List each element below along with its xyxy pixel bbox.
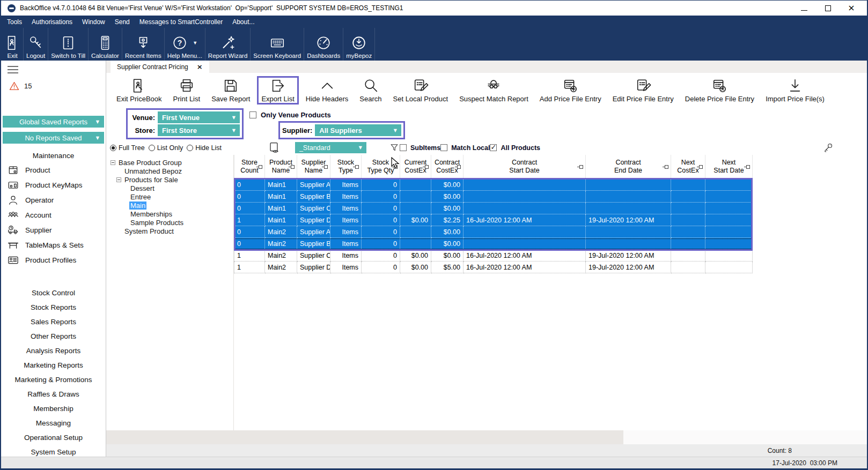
sidebar-item[interactable]: Product KeyMaps bbox=[1, 177, 106, 192]
minimize-button[interactable] bbox=[800, 4, 808, 12]
ribbon-button[interactable]: Delete Price File Entry bbox=[681, 76, 759, 105]
tree-item[interactable]: Memberships bbox=[106, 210, 233, 218]
report-style-select[interactable]: _Standard ▼ bbox=[295, 142, 366, 153]
pin-icon[interactable] bbox=[324, 165, 328, 169]
tree-expander-icon[interactable] bbox=[116, 177, 121, 182]
sidebar-nav-item[interactable]: Other Reports bbox=[1, 329, 106, 344]
pin-icon[interactable] bbox=[425, 165, 429, 169]
view-report-icon[interactable] bbox=[268, 141, 280, 154]
radio-icon[interactable] bbox=[149, 145, 155, 151]
sidebar-item[interactable]: Supplier bbox=[1, 222, 106, 237]
column-header[interactable]: ProductName bbox=[265, 155, 297, 178]
ribbon-button[interactable]: Export List bbox=[257, 76, 298, 105]
toolbar-button[interactable]: ▼ Calculator bbox=[89, 28, 122, 61]
ribbon-button[interactable]: Add Price File Entry bbox=[535, 76, 606, 105]
pin-icon[interactable] bbox=[579, 165, 583, 169]
table-row[interactable]: 0Main1Supplier CItems0$0.00 bbox=[234, 203, 753, 214]
column-header[interactable]: ContractStart Date bbox=[464, 155, 586, 178]
pin-icon[interactable] bbox=[291, 165, 295, 169]
ribbon-button[interactable]: Suspect Match Report bbox=[455, 76, 533, 105]
option-checkbox[interactable]: Match Local bbox=[440, 144, 490, 152]
toolbar-button[interactable]: ▼ myBepoz bbox=[343, 28, 375, 61]
maximize-button[interactable] bbox=[824, 4, 832, 12]
table-row[interactable]: 0Main1Supplier AItems0$0.00 bbox=[234, 179, 753, 191]
sidebar-nav-item[interactable]: System Setup bbox=[1, 445, 106, 457]
toolbar-button[interactable]: ▼ Switch to Till bbox=[48, 28, 89, 61]
tree-item[interactable]: Unmatched Bepoz bbox=[106, 167, 233, 175]
radio-option[interactable]: Hide List bbox=[187, 144, 222, 152]
tree-item[interactable]: Main bbox=[106, 201, 233, 210]
menu-item[interactable]: Messages to SmartController bbox=[135, 18, 227, 26]
table-row[interactable]: 1Main2Supplier CItems0$0.00$0.0016-Jul-2… bbox=[234, 250, 753, 262]
ribbon-button[interactable]: Exit PriceBook bbox=[112, 76, 166, 105]
ribbon-button[interactable]: Hide Headers bbox=[301, 76, 353, 105]
ribbon-button[interactable]: Print List bbox=[169, 76, 205, 105]
alert-badge[interactable]: 15 bbox=[9, 81, 106, 91]
sidebar-nav-item[interactable]: Analysis Reports bbox=[1, 344, 106, 358]
tab-supplier-contract-pricing[interactable]: Supplier Contract Pricing × bbox=[111, 61, 209, 73]
tree-item[interactable]: Sample Products bbox=[106, 218, 233, 227]
chevron-down-icon[interactable]: ▼ bbox=[193, 40, 197, 46]
sidebar-nav-item[interactable]: Marketing Reports bbox=[1, 358, 106, 372]
tree-item[interactable]: Dessert bbox=[106, 184, 233, 192]
table-row[interactable]: 1Main2Supplier DItems0$0.00$5.0016-Jul-2… bbox=[234, 262, 753, 273]
sidebar-nav-item[interactable]: Membership bbox=[1, 401, 106, 416]
checkbox-icon[interactable] bbox=[490, 144, 497, 151]
sidebar-item[interactable]: Product Profiles bbox=[1, 252, 106, 267]
ribbon-button[interactable]: Edit Price File Entry bbox=[608, 76, 678, 105]
checkbox-icon[interactable] bbox=[400, 144, 407, 151]
checkbox-icon[interactable] bbox=[249, 111, 256, 118]
tree-expander-icon[interactable] bbox=[111, 160, 115, 165]
option-checkbox[interactable]: All Products bbox=[490, 144, 540, 152]
menu-item[interactable]: Tools bbox=[2, 18, 27, 26]
pin-icon[interactable] bbox=[665, 165, 668, 169]
toolbar-button[interactable]: ▼ Logout bbox=[24, 28, 48, 61]
pin-icon[interactable] bbox=[457, 165, 461, 169]
pin-icon[interactable] bbox=[746, 165, 750, 169]
column-header[interactable]: NextStart Date bbox=[705, 155, 753, 178]
sidebar-nav-item[interactable]: Sales Reports bbox=[1, 315, 106, 329]
column-header[interactable]: CurrentCostEx bbox=[400, 155, 431, 178]
pin-icon[interactable] bbox=[699, 165, 703, 169]
horizontal-scrollbar[interactable] bbox=[106, 430, 623, 444]
saved-reports-dropdown[interactable]: No Reports Saved ▼ bbox=[3, 132, 104, 144]
toolbar-button[interactable]: ▼ Screen Keyboard bbox=[251, 28, 304, 61]
toolbar-button[interactable]: ▼ Dashboards bbox=[304, 28, 343, 61]
radio-option[interactable]: Full Tree bbox=[110, 144, 145, 152]
tree-item[interactable]: System Product bbox=[106, 227, 233, 235]
supplier-select[interactable]: All Suppliers ▼ bbox=[315, 124, 401, 136]
column-header[interactable]: SupplierName bbox=[297, 155, 330, 178]
column-header[interactable]: ContractCostEx bbox=[431, 155, 464, 178]
column-header[interactable]: StockType Qty bbox=[362, 155, 400, 178]
tree-item[interactable]: Products for Sale bbox=[106, 175, 233, 184]
checkbox-icon[interactable] bbox=[440, 144, 447, 151]
table-row[interactable]: 0Main2Supplier BItems0$0.00 bbox=[234, 238, 753, 250]
tree-item[interactable]: Base Product Group bbox=[106, 158, 233, 167]
toolbar-button[interactable]: ▼ Help Menu... bbox=[165, 28, 205, 61]
sidebar-nav-item[interactable]: Stock Control bbox=[1, 286, 106, 300]
toolbar-button[interactable]: ▼ Exit bbox=[2, 28, 24, 61]
radio-icon[interactable] bbox=[187, 145, 193, 151]
column-header[interactable]: NextCostEx bbox=[671, 155, 705, 178]
pin-icon[interactable] bbox=[355, 165, 359, 169]
only-venue-products-checkbox[interactable]: Only Venue Products bbox=[249, 111, 331, 119]
sidebar-nav-item[interactable]: Messaging bbox=[1, 416, 106, 430]
key-lock-icon[interactable] bbox=[822, 142, 834, 153]
tab-close-icon[interactable]: × bbox=[197, 63, 203, 71]
menu-item[interactable]: Send bbox=[110, 18, 135, 26]
filter-funnel-icon[interactable] bbox=[389, 143, 400, 153]
menu-item[interactable]: Window bbox=[77, 18, 110, 26]
menu-item[interactable]: About... bbox=[227, 18, 259, 26]
option-checkbox[interactable]: SubItems bbox=[400, 144, 440, 152]
pin-icon[interactable] bbox=[259, 165, 262, 169]
close-button[interactable]: × bbox=[848, 4, 855, 12]
sidebar-item[interactable]: TableMaps & Sets bbox=[1, 237, 106, 252]
sidebar-nav-item[interactable]: Raffles & Draws bbox=[1, 387, 106, 401]
hamburger-menu-icon[interactable] bbox=[8, 66, 18, 73]
toolbar-button[interactable]: ▼ Recent Items bbox=[122, 28, 165, 61]
column-header[interactable]: ContractEnd Date bbox=[586, 155, 671, 178]
toolbar-button[interactable]: ▼ Report Wizard bbox=[205, 28, 251, 61]
venue-select[interactable]: First Venue ▼ bbox=[158, 111, 240, 123]
sidebar-item[interactable]: Operator bbox=[1, 192, 106, 207]
menu-item[interactable]: Authorisations bbox=[27, 18, 77, 26]
